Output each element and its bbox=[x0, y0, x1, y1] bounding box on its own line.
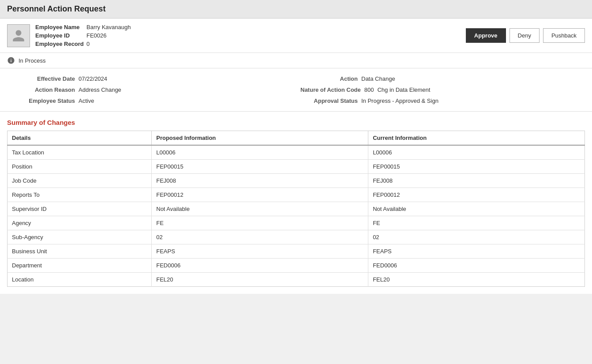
cell-proposed: L00006 bbox=[152, 145, 368, 160]
cell-current: 02 bbox=[368, 230, 585, 244]
employee-id-value: FE0026 bbox=[86, 32, 107, 39]
cell-current: FEL20 bbox=[368, 273, 585, 287]
nature-desc: Chg in Data Element bbox=[377, 86, 430, 93]
cell-detail: Tax Location bbox=[7, 145, 152, 160]
cell-proposed: 02 bbox=[152, 230, 368, 244]
cell-detail: Agency bbox=[7, 216, 152, 230]
table-row: Supervisor IDNot AvailableNot Available bbox=[7, 202, 585, 216]
details-grid: Effective Date 07/22/2024 Action Data Ch… bbox=[18, 75, 574, 104]
table-row: LocationFEL20FEL20 bbox=[7, 273, 585, 287]
cell-current: FED0006 bbox=[368, 259, 585, 273]
table-row: Business UnitFEAPSFEAPS bbox=[7, 244, 585, 259]
col-header-proposed: Proposed Information bbox=[152, 131, 368, 146]
employee-status-label: Employee Status bbox=[18, 98, 75, 104]
action-buttons: Approve Deny Pushback bbox=[466, 28, 585, 43]
action-label: Action bbox=[300, 75, 358, 82]
cell-detail: Supervisor ID bbox=[7, 202, 152, 216]
approve-button[interactable]: Approve bbox=[466, 28, 506, 43]
cell-detail: Location bbox=[7, 273, 152, 287]
approval-status-label: Approval Status bbox=[300, 98, 358, 104]
effective-date-value: 07/22/2024 bbox=[79, 75, 107, 82]
details-section: Effective Date 07/22/2024 Action Data Ch… bbox=[0, 68, 592, 112]
employee-id-label: Employee ID bbox=[35, 32, 84, 39]
action-reason-item: Action Reason Address Change bbox=[18, 86, 292, 93]
cell-current: FE bbox=[368, 216, 585, 230]
cell-detail: Business Unit bbox=[7, 244, 152, 259]
employee-name-row: Employee Name Barry Kavanaugh bbox=[35, 24, 131, 30]
employee-status-value: Active bbox=[79, 98, 94, 104]
employee-header: Employee Name Barry Kavanaugh Employee I… bbox=[0, 19, 592, 53]
cell-current: Not Available bbox=[368, 202, 585, 216]
employee-record-label: Employee Record bbox=[35, 41, 84, 47]
avatar-icon bbox=[11, 29, 26, 43]
employee-info-left: Employee Name Barry Kavanaugh Employee I… bbox=[7, 24, 131, 47]
table-header-row: Details Proposed Information Current Inf… bbox=[7, 131, 585, 146]
employee-record-value: 0 bbox=[86, 41, 90, 47]
pushback-button[interactable]: Pushback bbox=[543, 28, 585, 43]
effective-date-label: Effective Date bbox=[18, 75, 75, 82]
cell-detail: Position bbox=[7, 160, 152, 174]
cell-detail: Job Code bbox=[7, 174, 152, 188]
table-row: Job CodeFEJ008FEJ008 bbox=[7, 174, 585, 188]
nature-of-action-label: Nature of Action Code bbox=[300, 86, 361, 93]
nature-code: 800 bbox=[364, 86, 374, 93]
table-row: PositionFEP00015FEP00015 bbox=[7, 160, 585, 174]
cell-proposed: FE bbox=[152, 216, 368, 230]
employee-record-row: Employee Record 0 bbox=[35, 41, 131, 47]
approval-status-item: Approval Status In Progress - Approved &… bbox=[300, 98, 574, 104]
effective-date-item: Effective Date 07/22/2024 bbox=[18, 75, 292, 82]
summary-table: Details Proposed Information Current Inf… bbox=[7, 131, 585, 287]
employee-fields: Employee Name Barry Kavanaugh Employee I… bbox=[35, 24, 131, 47]
avatar bbox=[7, 24, 30, 47]
cell-proposed: FED0006 bbox=[152, 259, 368, 273]
action-item: Action Data Change bbox=[300, 75, 574, 82]
nature-of-action-item: Nature of Action Code 800 Chg in Data El… bbox=[300, 86, 574, 93]
table-row: AgencyFEFE bbox=[7, 216, 585, 230]
status-text: In Process bbox=[19, 57, 45, 64]
main-content: Employee Name Barry Kavanaugh Employee I… bbox=[0, 19, 592, 294]
cell-current: FEP00015 bbox=[368, 160, 585, 174]
table-row: Sub-Agency0202 bbox=[7, 230, 585, 244]
table-row: DepartmentFED0006FED0006 bbox=[7, 259, 585, 273]
action-reason-label: Action Reason bbox=[18, 86, 75, 93]
employee-name-value: Barry Kavanaugh bbox=[86, 24, 131, 30]
cell-current: L00006 bbox=[368, 145, 585, 160]
employee-name-label: Employee Name bbox=[35, 24, 84, 30]
col-header-details: Details bbox=[7, 131, 152, 146]
page-header: Personnel Action Request bbox=[0, 0, 592, 19]
col-header-current: Current Information bbox=[368, 131, 585, 146]
action-value: Data Change bbox=[361, 75, 395, 82]
cell-current: FEAPS bbox=[368, 244, 585, 259]
summary-title: Summary of Changes bbox=[7, 119, 585, 126]
nature-of-action-value: 800 Chg in Data Element bbox=[364, 86, 431, 93]
cell-proposed: Not Available bbox=[152, 202, 368, 216]
cell-proposed: FEAPS bbox=[152, 244, 368, 259]
cell-proposed: FEL20 bbox=[152, 273, 368, 287]
cell-proposed: FEJ008 bbox=[152, 174, 368, 188]
cell-detail: Department bbox=[7, 259, 152, 273]
in-process-icon bbox=[7, 56, 15, 64]
cell-detail: Sub-Agency bbox=[7, 230, 152, 244]
action-reason-value: Address Change bbox=[79, 86, 121, 93]
table-row: Reports ToFEP00012FEP00012 bbox=[7, 188, 585, 202]
cell-proposed: FEP00012 bbox=[152, 188, 368, 202]
employee-id-row: Employee ID FE0026 bbox=[35, 32, 131, 39]
status-bar: In Process bbox=[0, 53, 592, 68]
table-row: Tax LocationL00006L00006 bbox=[7, 145, 585, 160]
cell-current: FEP00012 bbox=[368, 188, 585, 202]
employee-status-item: Employee Status Active bbox=[18, 98, 292, 104]
cell-current: FEJ008 bbox=[368, 174, 585, 188]
cell-proposed: FEP00015 bbox=[152, 160, 368, 174]
page-title: Personnel Action Request bbox=[7, 4, 105, 13]
approval-status-value: In Progress - Approved & Sign bbox=[361, 98, 438, 104]
summary-section: Summary of Changes Details Proposed Info… bbox=[0, 112, 592, 294]
cell-detail: Reports To bbox=[7, 188, 152, 202]
deny-button[interactable]: Deny bbox=[510, 28, 540, 43]
